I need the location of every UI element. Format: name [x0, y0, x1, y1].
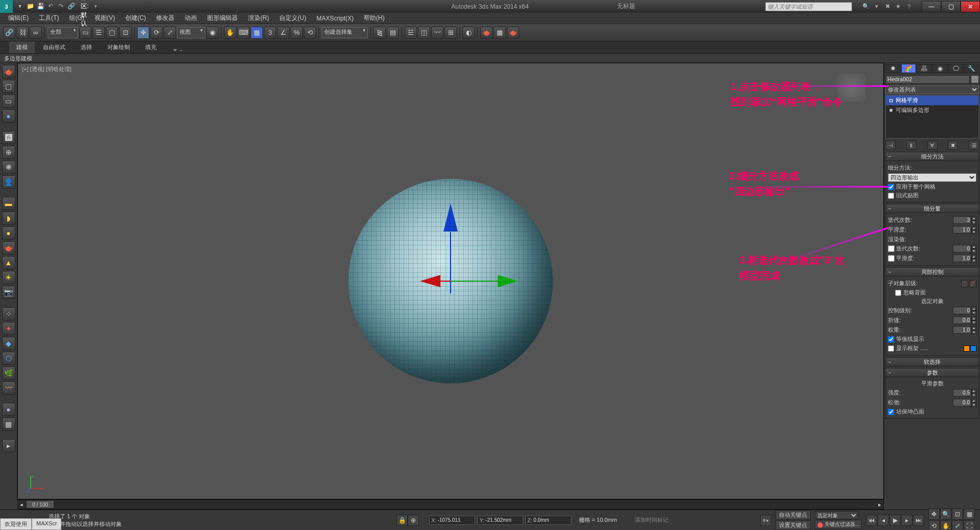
- remove-mod-icon[interactable]: ✖: [948, 141, 958, 150]
- gizmo-z-arrow-icon[interactable]: [443, 203, 458, 232]
- modifier-stack[interactable]: ◘ 网格平滑 ■ 可编辑多边形: [885, 95, 979, 139]
- show-end-icon[interactable]: Ⅱ: [906, 141, 917, 150]
- mirror-icon[interactable]: ⧎: [373, 27, 386, 39]
- select-icon[interactable]: ▭: [79, 27, 92, 39]
- qat-redo-icon[interactable]: ↷: [56, 2, 65, 11]
- qat-link-icon[interactable]: 🔗: [66, 2, 76, 11]
- infocenter-search-icon[interactable]: 🔍: [861, 2, 871, 11]
- sphere-grey-icon[interactable]: ●: [2, 403, 15, 416]
- cone-icon[interactable]: ▲: [2, 256, 15, 269]
- menu-views[interactable]: 视图(V): [90, 13, 120, 24]
- grass-icon[interactable]: 🌿: [2, 366, 15, 380]
- nav-zoom-all-icon[interactable]: ▦: [964, 509, 975, 520]
- scale-icon[interactable]: ⤢: [164, 27, 176, 39]
- render-frame-icon[interactable]: ▦: [494, 27, 506, 39]
- workspace-label[interactable]: 工作区: 默认: [81, 2, 90, 11]
- key-target-select[interactable]: 选定对象: [815, 511, 858, 519]
- menu-maxscript[interactable]: MAXScript(X): [311, 14, 359, 23]
- minimize-button[interactable]: —: [922, 1, 941, 12]
- angle-snap-icon[interactable]: ∠: [277, 27, 289, 39]
- named-sel-combo[interactable]: 创建选择集: [322, 27, 368, 38]
- nav-walk-icon[interactable]: ⤢: [952, 520, 963, 530]
- sphere-blue-icon[interactable]: ●: [2, 109, 15, 123]
- particle-view-icon[interactable]: ⁘: [2, 307, 15, 320]
- wand-icon[interactable]: ✦: [2, 322, 15, 335]
- rollout-subdiv-method-header[interactable]: 细分方法: [885, 152, 979, 161]
- iterations-input[interactable]: [953, 216, 971, 224]
- time-slider[interactable]: ◂ 0 / 100 ▸: [17, 499, 884, 510]
- infocenter-help-icon[interactable]: ?: [904, 2, 914, 11]
- subobj-vertex-icon[interactable]: ⋮: [961, 280, 968, 287]
- pivot-icon[interactable]: ◉: [206, 27, 218, 39]
- object-color-swatch[interactable]: [971, 75, 979, 83]
- geometry-icon[interactable]: ◆: [2, 337, 15, 350]
- next-frame-icon[interactable]: ▸: [901, 515, 912, 526]
- key-icon[interactable]: ⬤: [817, 522, 823, 527]
- rollout-local-control-header[interactable]: 局部控制: [885, 267, 979, 276]
- sphere-prim-icon[interactable]: ●: [2, 226, 15, 240]
- y-coord-input[interactable]: [485, 517, 521, 523]
- stack-item-editable-poly[interactable]: ■ 可编辑多边形: [886, 105, 978, 115]
- snap-3-icon[interactable]: 3: [264, 27, 276, 39]
- keep-convex-checkbox[interactable]: [888, 409, 894, 415]
- qat-new-icon[interactable]: ▾: [15, 2, 25, 11]
- play-icon[interactable]: ▶: [889, 515, 901, 526]
- curve-editor-icon[interactable]: 〰: [431, 27, 443, 39]
- abs-rel-icon[interactable]: ⊕: [408, 515, 419, 526]
- ref-coord-combo[interactable]: 视图: [177, 27, 205, 38]
- x-coord-input[interactable]: [437, 517, 473, 523]
- time-right-icon[interactable]: ▸: [876, 501, 883, 508]
- window-crossing-icon[interactable]: ⊡: [119, 27, 131, 39]
- utilities-tab-icon[interactable]: 🔧: [964, 64, 979, 73]
- gizmo-x-axis[interactable]: [438, 281, 469, 282]
- welcome-tab-1[interactable]: 欢迎使用: [0, 518, 32, 530]
- isolate-icon[interactable]: 🗝: [760, 515, 771, 526]
- qat-open-icon[interactable]: 📁: [26, 2, 35, 11]
- ribbon-tab-freeform[interactable]: 自由形式: [36, 41, 73, 53]
- hair-icon[interactable]: 〰: [2, 381, 15, 395]
- strength-input[interactable]: [953, 389, 971, 397]
- close-button[interactable]: ✕: [961, 1, 980, 12]
- subobj-edge-icon[interactable]: ╱: [969, 280, 976, 287]
- selection-lock-icon[interactable]: 🔒: [396, 515, 408, 526]
- more-icon[interactable]: ▸: [2, 439, 15, 452]
- qat-undo-icon[interactable]: ↶: [46, 2, 55, 11]
- bulb-on-icon[interactable]: ◘: [888, 97, 894, 103]
- qat-save-icon[interactable]: 💾: [36, 2, 45, 11]
- layers-icon[interactable]: ☱: [405, 27, 417, 39]
- light-icon[interactable]: ☀: [2, 271, 15, 284]
- bind-icon[interactable]: ∞: [30, 27, 42, 39]
- goto-start-icon[interactable]: ⏮: [866, 515, 877, 526]
- render-iter-checkbox[interactable]: [888, 245, 895, 252]
- gizmo-y-axis[interactable]: [451, 281, 512, 282]
- plane-icon[interactable]: ▭: [2, 95, 15, 108]
- apply-whole-mesh-checkbox[interactable]: [888, 184, 894, 190]
- maximize-button[interactable]: ▢: [941, 1, 961, 12]
- keyboard-icon[interactable]: ⌨: [237, 27, 250, 39]
- box-prim-icon[interactable]: ▬: [2, 197, 15, 210]
- teapot-icon[interactable]: 🫖: [2, 65, 15, 78]
- cage-color-1[interactable]: [964, 345, 970, 352]
- stack-item-meshsmooth[interactable]: ◘ 网格平滑: [886, 96, 978, 105]
- isoline-display-checkbox[interactable]: [888, 336, 894, 342]
- render-smoothness-input[interactable]: [953, 255, 971, 262]
- ribbon-panel-label[interactable]: 多边形建模: [0, 54, 980, 63]
- gizmo-y-arrow-icon[interactable]: [498, 275, 518, 287]
- hierarchy-tab-icon[interactable]: 晶: [917, 64, 932, 73]
- nav-pan-icon[interactable]: ✥: [928, 509, 940, 520]
- create-tab-icon[interactable]: ✹: [885, 64, 901, 73]
- control-level-input[interactable]: [953, 307, 971, 314]
- graphite-icon[interactable]: ◫: [418, 27, 430, 39]
- render-smooth-checkbox[interactable]: [888, 255, 895, 262]
- prev-frame-icon[interactable]: ◂: [878, 515, 889, 526]
- menu-help[interactable]: 帮助(H): [359, 13, 390, 24]
- spinner-up-icon[interactable]: ▲: [971, 216, 976, 220]
- snap-2d-icon[interactable]: ▦: [251, 27, 263, 39]
- ribbon-tab-selection[interactable]: 选择: [74, 41, 99, 53]
- graphite-A-icon[interactable]: 🅰: [2, 131, 15, 144]
- nav-maximize-icon[interactable]: ⛶: [964, 520, 975, 530]
- modifier-list-dropdown[interactable]: 修改器列表: [885, 85, 979, 94]
- ribbon-tab-modeling[interactable]: 建模: [9, 41, 35, 53]
- smoothness-input[interactable]: [953, 226, 971, 234]
- render-setup-icon[interactable]: 🫖: [480, 27, 493, 39]
